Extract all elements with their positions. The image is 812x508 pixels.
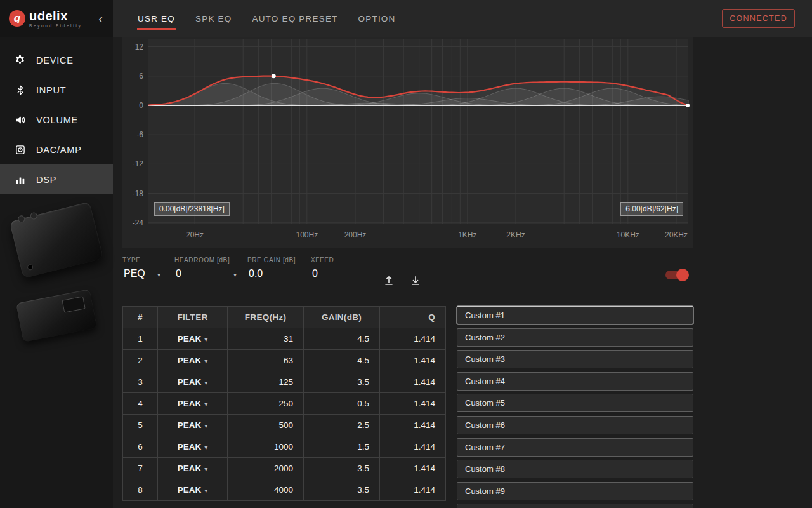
export-eq-button[interactable] — [409, 274, 422, 286]
preset-item[interactable]: Custom #6 — [457, 416, 693, 434]
filter-type-value: PEAK — [178, 442, 202, 451]
brand-name: udelix — [29, 10, 82, 22]
filter-row: 4PEAK▾2500.51.414 — [123, 393, 446, 415]
q-value[interactable]: 1.414 — [380, 393, 446, 415]
svg-text:20Hz: 20Hz — [186, 231, 204, 239]
filter-type-dropdown[interactable]: PEAK▾ — [158, 371, 228, 393]
gain-value[interactable]: 4.5 — [304, 328, 380, 350]
gain-value[interactable]: 4.5 — [304, 350, 380, 371]
gain-value[interactable]: 3.5 — [304, 479, 380, 501]
qudelix-app: q udelix Beyond Fidelity ‹ DEVICEINPUTVO… — [0, 0, 812, 508]
gain-value[interactable]: 3.5 — [304, 458, 380, 479]
gear-icon — [14, 54, 26, 66]
type-value: PEQ — [124, 268, 145, 279]
sidebar-item-device[interactable]: DEVICE — [0, 45, 113, 75]
filter-type-dropdown[interactable]: PEAK▾ — [158, 479, 228, 501]
freq-value[interactable]: 63 — [228, 350, 304, 371]
freq-value[interactable]: 31 — [228, 328, 304, 350]
speaker-icon — [14, 114, 26, 126]
preset-item[interactable]: Custom #1 — [457, 306, 693, 324]
q-value[interactable]: 1.414 — [380, 350, 446, 371]
sidebar-item-volume[interactable]: VOLUME — [0, 105, 113, 135]
connection-status-badge[interactable]: CONNECTED — [722, 9, 795, 28]
tab-spk-eq[interactable]: SPK EQ — [195, 11, 232, 26]
chevron-down-icon: ▾ — [228, 271, 237, 278]
column-header: Q — [380, 307, 446, 328]
svg-text:200Hz: 200Hz — [344, 231, 367, 239]
preset-item[interactable]: Custom #10 — [457, 504, 693, 508]
sidebar-item-dac-amp[interactable]: DAC/AMP — [0, 135, 113, 164]
q-value[interactable]: 1.414 — [380, 458, 446, 479]
headroom-select[interactable]: HEADROOM [dB] 0 ▾ — [174, 257, 238, 293]
freq-value[interactable]: 2000 — [228, 458, 304, 479]
type-select[interactable]: TYPE PEQ ▾ — [122, 257, 162, 293]
preset-item[interactable]: Custom #2 — [457, 328, 693, 347]
filter-type-dropdown[interactable]: PEAK▾ — [158, 393, 228, 415]
q-value[interactable]: 1.414 — [380, 479, 446, 501]
freq-value[interactable]: 125 — [228, 371, 304, 393]
svg-text:-24: -24 — [133, 218, 144, 227]
chevron-down-icon: ▾ — [204, 465, 207, 472]
eq-chart[interactable]: 1260-6-12-18-2420Hz100Hz200Hz1KHz2KHz10K… — [122, 37, 693, 248]
q-value[interactable]: 1.414 — [380, 415, 446, 436]
row-number: 2 — [123, 350, 158, 371]
preset-list: Custom #1Custom #2Custom #3Custom #4Cust… — [457, 306, 693, 508]
device-button-detail — [30, 211, 38, 220]
column-header: FILTER — [158, 307, 228, 328]
tab-auto-eq-preset[interactable]: AUTO EQ PRESET — [251, 11, 338, 26]
filter-type-dropdown[interactable]: PEAK▾ — [158, 458, 228, 479]
tab-option[interactable]: OPTION — [358, 11, 396, 26]
chevron-down-icon: ▾ — [204, 358, 207, 364]
xfeed-input[interactable]: XFEED 0 — [311, 257, 365, 293]
eq-enable-toggle[interactable] — [665, 271, 687, 279]
chevron-down-icon: ▾ — [204, 422, 207, 429]
selected-band-readout: 6.00[dB]/62[Hz] — [620, 202, 683, 216]
freq-value[interactable]: 1000 — [228, 436, 304, 458]
device-photo-1 — [10, 202, 103, 279]
q-value[interactable]: 1.414 — [380, 371, 446, 393]
column-header: FREQ(Hz) — [228, 307, 304, 328]
preset-item[interactable]: Custom #7 — [457, 438, 693, 457]
freq-value[interactable]: 4000 — [228, 479, 304, 501]
sidebar-item-input[interactable]: INPUT — [0, 75, 113, 105]
preset-item[interactable]: Custom #3 — [457, 350, 693, 368]
column-header: GAIN(dB) — [304, 307, 380, 328]
filter-section: #FILTERFREQ(Hz)GAIN(dB)Q 1PEAK▾314.51.41… — [122, 306, 693, 508]
q-value[interactable]: 1.414 — [380, 328, 446, 350]
sidebar-item-label: DSP — [36, 175, 56, 185]
device-photo-2 — [16, 289, 97, 342]
pre-gain-input[interactable]: PRE GAIN [dB] 0.0 — [247, 257, 301, 293]
upload-icon — [383, 274, 395, 286]
gain-value[interactable]: 1.5 — [304, 436, 380, 458]
filter-row: 2PEAK▾634.51.414 — [123, 350, 446, 371]
freq-value[interactable]: 500 — [228, 415, 304, 436]
svg-text:10KHz: 10KHz — [617, 231, 639, 239]
svg-text:-12: -12 — [133, 159, 144, 168]
tab-usr-eq[interactable]: USR EQ — [137, 11, 176, 26]
gain-value[interactable]: 0.5 — [304, 393, 380, 415]
filter-type-dropdown[interactable]: PEAK▾ — [158, 350, 228, 371]
freq-value[interactable]: 250 — [228, 393, 304, 415]
preset-item[interactable]: Custom #8 — [457, 460, 693, 478]
filter-row: 1PEAK▾314.51.414 — [123, 328, 446, 350]
q-value[interactable]: 1.414 — [380, 436, 446, 458]
preset-item[interactable]: Custom #9 — [457, 482, 693, 500]
import-eq-button[interactable] — [383, 274, 395, 286]
filter-type-value: PEAK — [178, 377, 202, 387]
filter-type-dropdown[interactable]: PEAK▾ — [158, 328, 228, 350]
filter-type-dropdown[interactable]: PEAK▾ — [158, 415, 228, 436]
eq-curve-svg[interactable]: 1260-6-12-18-2420Hz100Hz200Hz1KHz2KHz10K… — [122, 37, 693, 248]
preset-item[interactable]: Custom #5 — [457, 394, 693, 412]
filter-type-dropdown[interactable]: PEAK▾ — [158, 436, 228, 458]
pre-gain-label: PRE GAIN [dB] — [247, 257, 301, 264]
filter-type-value: PEAK — [178, 464, 202, 473]
device-jack-detail — [27, 264, 34, 271]
filter-table-header: #FILTERFREQ(Hz)GAIN(dB)Q — [123, 307, 446, 328]
gain-value[interactable]: 2.5 — [304, 415, 380, 436]
chevron-down-icon: ▾ — [204, 401, 207, 408]
gain-value[interactable]: 3.5 — [304, 371, 380, 393]
preset-item[interactable]: Custom #4 — [457, 372, 693, 391]
sidebar-collapse-chevron-icon[interactable]: ‹ — [96, 12, 105, 25]
filter-row: 5PEAK▾5002.51.414 — [123, 415, 446, 436]
sidebar-item-dsp[interactable]: DSP — [0, 164, 113, 194]
